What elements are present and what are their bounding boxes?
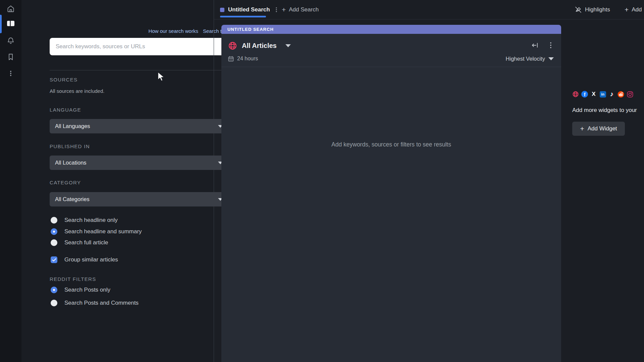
radio-label: Search Posts only — [64, 287, 110, 293]
reddit-icon[interactable] — [618, 91, 624, 98]
source-selector-value: All Articles — [242, 42, 277, 50]
column-header-label: UNTITLED SEARCH — [227, 27, 274, 32]
panel-divider — [214, 0, 214, 362]
sources-section-label: SOURCES — [50, 77, 77, 82]
search-input[interactable] — [56, 43, 222, 50]
bell-icon — [7, 37, 15, 45]
highlights-label: Highlights — [585, 6, 610, 13]
chevron-down-icon — [285, 44, 291, 47]
tab-kebab-icon[interactable] — [274, 7, 279, 13]
add-widget-button[interactable]: + Add Widget — [572, 122, 625, 136]
add-widget-label: Add Widget — [588, 125, 617, 132]
linkedin-icon[interactable]: in — [599, 91, 606, 98]
sort-value: Highest Velocity — [506, 56, 545, 62]
tiktok-icon[interactable]: ♪ — [608, 91, 615, 98]
sidebar-item-home[interactable] — [0, 1, 21, 16]
radio-label: Search headline only — [64, 217, 118, 224]
category-dropdown[interactable]: All Categories — [50, 192, 228, 206]
radio-selected-icon — [51, 228, 57, 235]
search-column: UNTITLED SEARCH All Articles — [221, 25, 561, 362]
checkbox-group-similar-articles[interactable]: Group similar articles — [51, 256, 118, 264]
add-button-truncated[interactable]: + Add — [625, 0, 642, 19]
instagram-icon[interactable] — [627, 91, 633, 98]
published-in-section-label: PUBLISHED IN — [50, 143, 90, 149]
column-header-bar[interactable]: UNTITLED SEARCH — [221, 25, 561, 34]
tab-title: Untitled Search — [228, 6, 270, 13]
filters-divider — [50, 70, 228, 70]
facebook-icon[interactable]: f — [581, 91, 588, 98]
boards-icon — [6, 19, 15, 27]
category-section-label: CATEGORY — [50, 180, 81, 185]
widgets-caption: Add more widgets to your — [572, 107, 637, 114]
sidebar-item-boards[interactable] — [0, 16, 21, 31]
radio-search-full-article[interactable]: Search full article — [51, 239, 108, 247]
sidebar-item-alerts[interactable] — [0, 33, 21, 48]
add-search-label: Add Search — [289, 6, 319, 13]
radio-search-headline-summary[interactable]: Search headline and summary — [51, 228, 142, 236]
plus-icon: + — [580, 125, 584, 132]
kebab-menu-icon — [7, 69, 15, 77]
column-header-divider — [221, 67, 561, 67]
sources-description: All sources are included. — [50, 88, 104, 94]
bookmark-icon — [7, 53, 14, 61]
language-section-label: LANGUAGE — [50, 107, 81, 113]
active-tab-underline — [220, 16, 266, 17]
empty-state-message: Add keywords, sources or filters to see … — [221, 141, 561, 148]
radio-search-posts-comments[interactable]: Search Posts and Comments — [51, 299, 139, 307]
how-search-works-link[interactable]: How our search works — [149, 28, 198, 34]
published-in-dropdown-value: All Locations — [55, 160, 87, 166]
keyword-search-box — [50, 38, 228, 55]
source-selector[interactable]: All Articles — [228, 41, 291, 50]
add-search-button[interactable]: + Add Search — [282, 0, 319, 19]
sort-selector[interactable]: Highest Velocity — [506, 56, 554, 62]
plus-icon: + — [625, 6, 629, 13]
chevron-down-icon — [548, 57, 554, 60]
web-globe-icon[interactable] — [572, 91, 579, 98]
plus-icon: + — [282, 6, 286, 13]
column-meta-row: 24 hours Highest Velocity — [221, 54, 561, 66]
language-dropdown[interactable]: All Languages — [50, 119, 228, 133]
radio-icon — [51, 217, 57, 224]
globe-icon — [228, 41, 237, 50]
radio-label: Search full article — [64, 239, 108, 246]
radio-selected-icon — [51, 287, 57, 293]
tab-color-square-icon — [220, 8, 224, 12]
radio-search-posts-only[interactable]: Search Posts only — [51, 286, 110, 294]
published-in-dropdown[interactable]: All Locations — [50, 156, 228, 170]
filters-panel: How our search works Search tips SOURCES… — [21, 0, 214, 362]
highlighter-off-icon — [574, 6, 582, 14]
checkbox-checked-icon — [51, 256, 57, 263]
category-dropdown-value: All Categories — [55, 196, 90, 202]
widgets-panel: f X in ♪ Add more widgets to your + — [561, 20, 644, 362]
checkbox-label: Group similar articles — [64, 256, 118, 263]
sidebar-item-bookmarks[interactable] — [0, 50, 21, 64]
calendar-icon — [228, 56, 234, 62]
radio-icon — [51, 300, 57, 306]
language-dropdown-value: All Languages — [55, 123, 90, 129]
widget-source-icons-row: f X in ♪ — [572, 91, 633, 98]
reddit-filters-section-label: REDDIT FILTERS — [50, 276, 96, 282]
highlights-toggle[interactable]: Highlights — [574, 0, 610, 19]
column-actions — [532, 42, 552, 49]
left-icon-rail — [0, 0, 21, 362]
radio-label: Search headline and summary — [64, 228, 142, 235]
home-icon — [7, 5, 15, 13]
radio-label: Search Posts and Comments — [64, 300, 139, 306]
sidebar-item-more[interactable] — [0, 66, 21, 81]
radio-search-headline-only[interactable]: Search headline only — [51, 216, 118, 224]
x-icon[interactable]: X — [590, 91, 597, 98]
collapse-column-icon[interactable] — [532, 42, 538, 48]
add-label: Add — [632, 6, 642, 13]
time-range-value: 24 hours — [237, 56, 258, 62]
column-kebab-icon[interactable] — [550, 42, 552, 49]
time-range-selector[interactable]: 24 hours — [228, 56, 258, 62]
help-links-row: How our search works Search tips — [21, 28, 228, 34]
radio-icon — [51, 239, 57, 246]
